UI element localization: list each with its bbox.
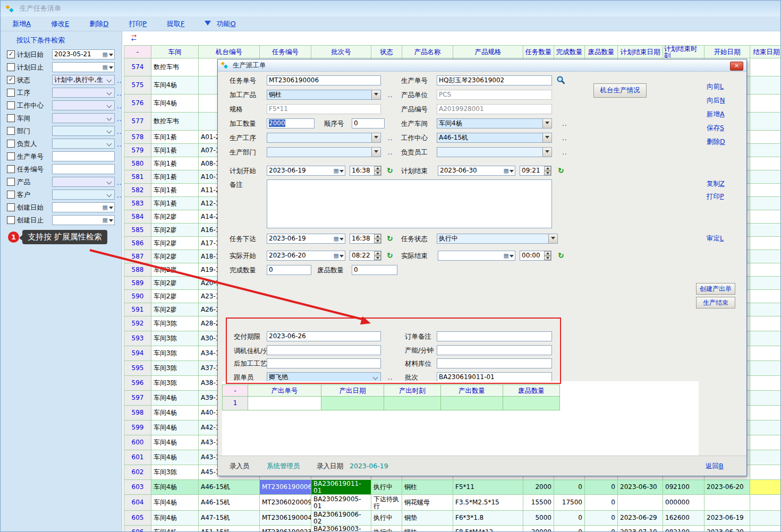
table-cell[interactable]: 车间3陈 bbox=[151, 331, 199, 346]
column-header[interactable]: 结束日期 bbox=[750, 46, 781, 58]
finish-production-button[interactable]: 生产结束 bbox=[696, 297, 735, 308]
column-header[interactable]: 状态 bbox=[371, 46, 402, 58]
dialog-link-4[interactable]: 保存S bbox=[707, 124, 724, 133]
table-cell[interactable] bbox=[750, 277, 781, 290]
table-cell[interactable] bbox=[750, 157, 781, 170]
act-start-date-field[interactable]: 2023-06-20▦ bbox=[267, 251, 345, 261]
table-cell[interactable]: 车间3陈 bbox=[151, 376, 199, 391]
filter-input[interactable]: 计划中,执行中,生 bbox=[52, 75, 115, 85]
table-cell[interactable]: 车间4杨 bbox=[151, 95, 199, 113]
menu-功能O[interactable]: 功能O bbox=[216, 19, 235, 29]
table-cell[interactable]: 000000 bbox=[663, 495, 704, 511]
checkbox[interactable] bbox=[7, 203, 15, 211]
column-header[interactable]: 计划结束时刻 bbox=[663, 46, 704, 58]
table-cell[interactable]: MT2306190006 bbox=[260, 480, 311, 495]
table-cell[interactable]: A51-15机 bbox=[199, 526, 260, 532]
table-cell[interactable]: 594 bbox=[124, 346, 151, 361]
plan-end-time-field[interactable]: 09:21 bbox=[520, 166, 551, 176]
table-cell[interactable]: 执行中 bbox=[371, 526, 402, 532]
column-header[interactable]: 计划结束日期 bbox=[618, 46, 663, 58]
table-cell[interactable]: 2000 bbox=[523, 480, 554, 495]
table-cell[interactable]: BA230529005-01 bbox=[311, 495, 371, 511]
table-cell[interactable]: 数控车韦 bbox=[151, 58, 199, 76]
table-cell[interactable]: 5000 bbox=[523, 511, 554, 526]
table-cell[interactable]: 15500 bbox=[523, 495, 554, 511]
plan-end-date-field[interactable]: 2023-06-30▦ bbox=[438, 166, 515, 176]
table-cell[interactable]: F3.5*M2.5*15 bbox=[453, 495, 523, 511]
dropdown-arrow-icon[interactable] bbox=[371, 148, 380, 157]
spinner-down-icon[interactable] bbox=[374, 171, 381, 176]
chevron-down-icon[interactable] bbox=[107, 78, 112, 83]
chevron-down-icon[interactable] bbox=[107, 128, 112, 134]
dropdown-arrow-icon[interactable] bbox=[339, 170, 344, 175]
table-cell[interactable] bbox=[750, 406, 781, 421]
output-column-header[interactable]: 产出单号 bbox=[248, 385, 321, 397]
table-cell[interactable]: 588 bbox=[124, 263, 151, 277]
table-cell[interactable]: 575 bbox=[124, 76, 151, 95]
table-cell[interactable]: 车间1綦 bbox=[151, 184, 199, 197]
table-cell[interactable]: 582 bbox=[124, 184, 151, 197]
checkbox[interactable] bbox=[7, 101, 15, 109]
table-cell[interactable] bbox=[704, 495, 750, 511]
table-cell[interactable] bbox=[750, 58, 781, 76]
more-options[interactable]: .. bbox=[562, 149, 567, 156]
table-cell[interactable]: 车间3陈 bbox=[151, 361, 199, 376]
checkbox[interactable] bbox=[7, 191, 15, 199]
table-cell[interactable]: 车间3陈 bbox=[151, 346, 199, 361]
table-cell[interactable]: 0 bbox=[585, 480, 618, 495]
table-cell[interactable]: 2023-06-20 bbox=[704, 480, 750, 495]
spinner-up-icon[interactable] bbox=[544, 251, 551, 256]
table-cell[interactable] bbox=[750, 435, 781, 450]
table-cell[interactable]: 592 bbox=[124, 316, 151, 331]
table-cell[interactable] bbox=[750, 303, 781, 316]
table-cell[interactable] bbox=[750, 95, 781, 113]
table-cell[interactable]: 车间4杨 bbox=[151, 421, 199, 435]
column-header[interactable]: 开始日期 bbox=[704, 46, 750, 58]
swap-columns-icon[interactable]: →← bbox=[131, 34, 142, 42]
output-table-cell[interactable] bbox=[248, 397, 321, 410]
table-cell[interactable] bbox=[750, 465, 781, 480]
column-header[interactable]: 车间 bbox=[151, 46, 199, 58]
checkbox[interactable] bbox=[7, 127, 15, 135]
menu-新增A[interactable]: 新增A bbox=[12, 19, 31, 29]
table-cell[interactable]: 0 bbox=[585, 511, 618, 526]
checkbox[interactable] bbox=[7, 140, 15, 148]
table-cell[interactable]: 车间2廖 bbox=[151, 250, 199, 263]
dropdown-arrow-icon[interactable] bbox=[109, 54, 113, 58]
dropdown-arrow-icon[interactable] bbox=[548, 234, 557, 243]
filter-input[interactable] bbox=[52, 151, 115, 161]
table-cell[interactable]: 581 bbox=[124, 170, 151, 184]
table-cell[interactable]: 0 bbox=[554, 480, 585, 495]
refresh-icon[interactable]: ↻ bbox=[558, 251, 564, 260]
table-cell[interactable] bbox=[750, 331, 781, 346]
table-cell[interactable]: 车间2廖 bbox=[151, 290, 199, 303]
setup-field[interactable] bbox=[267, 345, 381, 355]
checkbox[interactable] bbox=[7, 114, 15, 122]
table-cell[interactable]: 577 bbox=[124, 113, 151, 131]
table-cell[interactable]: 车间4杨 bbox=[151, 511, 199, 526]
table-cell[interactable] bbox=[750, 346, 781, 361]
checkbox[interactable] bbox=[7, 178, 15, 186]
output-table-cell[interactable]: 1 bbox=[223, 397, 248, 410]
output-table-cell[interactable] bbox=[384, 397, 441, 410]
act-end-time-field[interactable]: 00:00 bbox=[520, 251, 551, 261]
dropdown-arrow-icon[interactable] bbox=[371, 90, 380, 99]
calendar-icon[interactable]: ▦ bbox=[334, 235, 339, 243]
checkbox[interactable] bbox=[7, 216, 15, 224]
table-cell[interactable]: 590 bbox=[124, 290, 151, 303]
chevron-down-icon[interactable] bbox=[373, 375, 378, 380]
refresh-icon[interactable]: ↻ bbox=[387, 234, 393, 243]
plan-start-date-field[interactable]: 2023-06-19▦ bbox=[267, 166, 345, 176]
table-cell[interactable] bbox=[750, 526, 781, 532]
more-options[interactable]: .. bbox=[117, 141, 122, 148]
table-cell[interactable]: 595 bbox=[124, 361, 151, 376]
dialog-link-8[interactable]: 审定L bbox=[707, 234, 724, 243]
table-cell[interactable]: 车间4杨 bbox=[151, 480, 199, 495]
more-options[interactable]: .. bbox=[388, 374, 393, 381]
filter-input[interactable] bbox=[52, 126, 115, 136]
more-options[interactable]: .. bbox=[117, 115, 122, 123]
table-cell[interactable]: 执行中 bbox=[371, 511, 402, 526]
staff-combo[interactable] bbox=[437, 147, 552, 157]
spinner-down-icon[interactable] bbox=[374, 239, 381, 244]
workcenter-combo[interactable]: A46-15机 bbox=[437, 133, 552, 143]
